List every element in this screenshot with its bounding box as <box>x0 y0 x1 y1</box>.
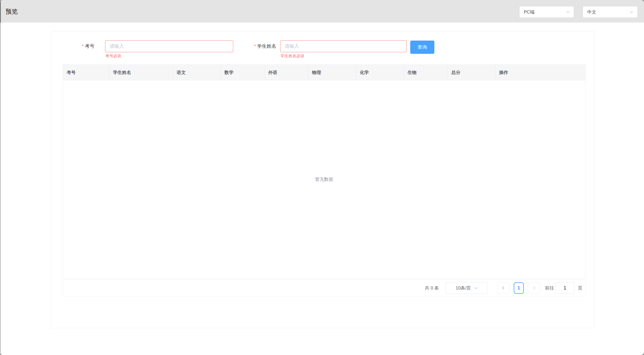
chevron-down-icon <box>566 10 570 14</box>
next-page-button[interactable] <box>528 282 540 294</box>
column-header: 语文 <box>173 65 221 80</box>
page-size-select[interactable]: 10条/页 <box>446 282 488 294</box>
column-header: 化学 <box>356 65 404 80</box>
chevron-down-icon <box>629 10 634 14</box>
empty-data-text: 暂无数据 <box>315 176 333 182</box>
student-name-label: *学生姓名 <box>233 40 280 52</box>
app-window: 预览 PC端 中文 *考号 考号必填 *学生姓名 学生姓名必填 查询 <box>0 0 644 355</box>
exam-no-label: *考号 <box>51 40 100 52</box>
chevron-right-icon <box>532 286 536 290</box>
student-name-input[interactable] <box>280 40 407 52</box>
content-card: *考号 考号必填 *学生姓名 学生姓名必填 查询 考号 学生姓名 语文 数学 外… <box>51 31 594 328</box>
chevron-down-icon <box>474 286 478 290</box>
column-header: 外语 <box>265 65 308 80</box>
language-select[interactable]: 中文 <box>583 6 638 18</box>
prev-page-button[interactable] <box>497 282 509 294</box>
device-select-value: PC端 <box>524 9 535 15</box>
results-table: 考号 学生姓名 语文 数学 外语 物理 化学 生物 总分 操作 暂无数据 <box>63 64 586 278</box>
exam-no-error: 考号必填 <box>105 54 121 58</box>
required-asterisk: * <box>254 44 256 49</box>
exam-no-input[interactable] <box>105 40 233 52</box>
search-button[interactable]: 查询 <box>410 41 434 54</box>
total-count-text: 共 0 条 <box>425 285 439 291</box>
page-size-value: 10条/页 <box>456 285 471 291</box>
column-header: 物理 <box>308 65 356 80</box>
required-asterisk: * <box>82 44 84 49</box>
app-header: 预览 PC端 中文 <box>0 0 644 23</box>
column-header: 生物 <box>404 65 448 80</box>
chevron-left-icon <box>501 286 505 290</box>
device-select[interactable]: PC端 <box>519 6 574 18</box>
page-title: 预览 <box>6 7 18 15</box>
student-name-error: 学生姓名必填 <box>280 54 304 58</box>
language-select-value: 中文 <box>587 9 596 15</box>
page-unit-label: 页 <box>578 285 582 291</box>
page-number-button[interactable]: 1 <box>514 282 524 294</box>
column-header: 数学 <box>221 65 265 80</box>
goto-page-input[interactable] <box>555 282 574 294</box>
column-header: 学生姓名 <box>109 65 173 80</box>
column-header: 操作 <box>495 65 585 80</box>
column-header: 考号 <box>63 65 109 80</box>
table-body: 暂无数据 <box>63 80 585 278</box>
screen-edge-artifact <box>0 0 1 355</box>
pagination-bar: 共 0 条 10条/页 1 前往 页 <box>63 279 586 296</box>
column-header: 总分 <box>448 65 495 80</box>
goto-page-label: 前往 <box>545 285 554 291</box>
table-header-row: 考号 学生姓名 语文 数学 外语 物理 化学 生物 总分 操作 <box>63 65 585 80</box>
